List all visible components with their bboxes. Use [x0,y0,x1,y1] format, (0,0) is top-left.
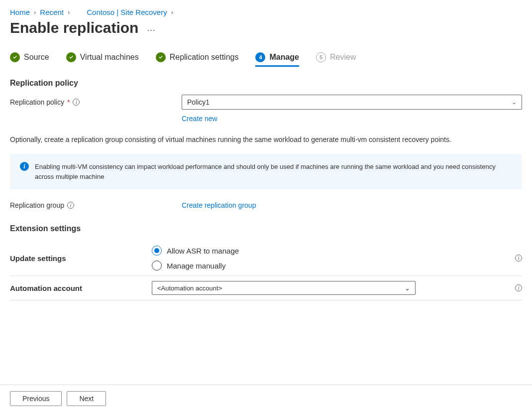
check-icon [10,52,20,62]
radio-label: Allow ASR to manage [167,247,239,255]
tab-label: Source [24,53,49,62]
page-title: Enable replication [10,19,138,36]
footer-actions: Previous Next [10,385,522,406]
breadcrumb-recent[interactable]: Recent [40,8,64,16]
select-value: <Automation account> [157,284,222,292]
info-icon[interactable]: i [67,202,74,209]
more-actions-button[interactable]: … [146,23,156,33]
check-icon [66,52,76,62]
info-banner-multi-vm: i Enabling multi-VM consistency can impa… [10,154,522,189]
radio-allow-asr[interactable]: Allow ASR to manage [152,246,239,256]
chevron-down-icon: ⌄ [512,99,517,106]
link-create-new-policy[interactable]: Create new [182,115,217,123]
label-replication-group: Replication group [10,201,64,209]
chevron-right-icon: › [171,8,173,16]
section-heading-extension-settings: Extension settings [10,224,522,233]
label-automation-account: Automation account [10,284,152,292]
chevron-right-icon: › [34,8,36,16]
breadcrumb-home[interactable]: Home [10,8,30,16]
step-number-icon: 4 [255,52,265,62]
select-automation-account[interactable]: <Automation account> ⌄ [152,281,416,295]
tab-review[interactable]: 5 Review [316,52,356,67]
chevron-down-icon: ⌄ [405,284,410,292]
radio-icon [152,246,162,256]
radio-label: Manage manually [167,262,225,270]
label-update-settings: Update settings [10,254,152,263]
link-create-replication-group[interactable]: Create replication group [182,201,256,209]
chevron-right-icon: › [68,8,70,16]
select-replication-policy[interactable]: Policy1 ⌄ [182,95,522,110]
check-icon [156,52,166,62]
radio-manage-manually[interactable]: Manage manually [152,261,239,271]
previous-button[interactable]: Previous [10,391,62,406]
info-icon[interactable]: i [73,99,80,106]
replication-group-description: Optionally, create a replication group c… [10,135,522,145]
info-banner-text: Enabling multi-VM consistency can impact… [35,162,512,181]
step-number-icon: 5 [316,52,326,62]
section-heading-replication-policy: Replication policy [10,79,522,88]
tab-label: Replication settings [170,53,239,62]
tab-label: Virtual machines [80,53,139,62]
radio-group-update-settings: Allow ASR to manage Manage manually [152,246,239,271]
tab-virtual-machines[interactable]: Virtual machines [66,52,139,67]
info-icon[interactable]: i [515,284,522,291]
info-icon: i [20,162,29,171]
breadcrumb-site-recovery[interactable]: Contoso | Site Recovery [87,8,167,16]
tab-label: Review [330,53,356,62]
select-value: Policy1 [187,98,210,106]
radio-icon [152,261,162,271]
required-asterisk: * [67,98,70,106]
next-button[interactable]: Next [67,391,106,406]
breadcrumb: Home › Recent › Contoso | Site Recovery … [10,8,522,16]
tab-replication-settings[interactable]: Replication settings [156,52,239,67]
wizard-tabs: Source Virtual machines Replication sett… [10,52,522,67]
label-replication-policy: Replication policy [10,98,64,106]
tab-manage[interactable]: 4 Manage [255,52,299,67]
info-icon[interactable]: i [515,255,522,262]
tab-label: Manage [269,53,299,62]
tab-source[interactable]: Source [10,52,49,67]
